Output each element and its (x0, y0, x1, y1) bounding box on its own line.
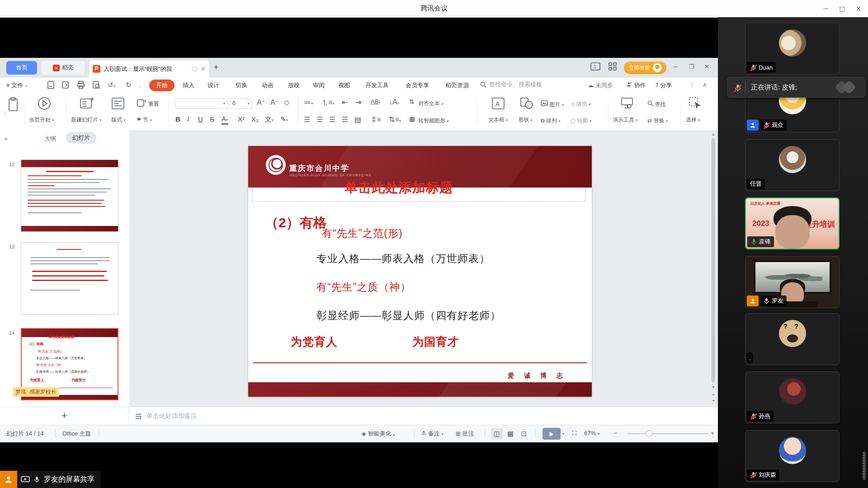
new-slide-label[interactable]: 新建幻灯片 ▾ (71, 116, 102, 124)
theme-status[interactable]: Office 主题 (62, 430, 91, 438)
decrease-indent-icon[interactable]: ⇤ (342, 98, 348, 107)
superscript-button[interactable]: X² (238, 115, 245, 123)
textbox-icon[interactable]: A (491, 96, 506, 113)
slide-thumb-13[interactable] (21, 242, 118, 314)
menu-review[interactable]: 审阅 (313, 81, 325, 89)
slide-line-3[interactable]: 有“先生”之质（神） (316, 280, 411, 294)
slide-line-5a[interactable]: 为党育人 (291, 334, 338, 349)
notes-bar[interactable]: 单击此处添加备注 (129, 407, 718, 425)
workspace-scrollbar[interactable]: ▲ ▼ ⏶ ⏷ (711, 132, 716, 405)
next-slide-icon[interactable]: ⏷ (711, 399, 716, 404)
tab-docer[interactable]: ❧ 稻壳 (42, 61, 85, 75)
shape-outline-button[interactable]: ▢ 轮廓 ▾ (571, 117, 592, 125)
shapes-icon[interactable] (519, 96, 534, 113)
tab-close-icon[interactable]: ✕ (201, 66, 206, 72)
menu-docer-res[interactable]: 稻壳资源 (445, 81, 469, 89)
zoom-slider-knob[interactable] (646, 430, 652, 437)
slide-line-2[interactable]: 专业入格——师表入格（万世师表） (316, 252, 490, 266)
italic-button[interactable]: I (187, 115, 189, 123)
menu-start[interactable]: 开始 (149, 80, 175, 91)
present-tools-icon[interactable] (620, 96, 634, 112)
slide-title-placeholder[interactable]: 单击此处添加标题 (344, 179, 453, 197)
select-icon[interactable] (688, 96, 702, 112)
bold-button[interactable]: B (175, 115, 180, 123)
layout-label[interactable]: 版式 ▾ (111, 116, 126, 124)
maximize-icon[interactable]: ▢ (835, 4, 849, 14)
tab-home[interactable]: 首页 (6, 61, 37, 75)
minimize-icon[interactable]: ─ (819, 4, 833, 14)
scrollbar-thumb[interactable] (712, 138, 715, 382)
slide-line-1[interactable]: 有“先生”之范(形) (322, 226, 403, 240)
underline-button[interactable]: U (198, 115, 203, 123)
wps-restore-icon[interactable]: ❐ (689, 63, 694, 70)
slide-canvas[interactable]: 重庆市合川中学 HECHUAN HIGH SCHOOL OF CHONGQING… (248, 146, 592, 397)
slide-line-5b[interactable]: 为国育才 (412, 334, 459, 349)
clear-format-icon[interactable]: ◇ (284, 98, 289, 107)
align-center-icon[interactable]: ☰ (316, 115, 323, 124)
phonetic-guide-button[interactable]: 文▾ (265, 115, 274, 124)
bullets-icon[interactable]: ≔▾ (304, 98, 313, 107)
shrink-font-icon[interactable]: A⁻ (270, 98, 279, 107)
present-tools-label[interactable]: 演示工具 ▾ (613, 116, 638, 124)
new-doc-icon[interactable] (47, 81, 55, 90)
switch-window-icon[interactable]: 1 (590, 62, 600, 72)
play-dropdown-icon[interactable]: ▾ (562, 430, 565, 436)
normal-view-icon[interactable]: ◫ (491, 428, 503, 439)
tab-slides[interactable]: 幻灯片 (66, 132, 96, 144)
distribute-icon[interactable]: ▤ (354, 115, 361, 124)
sync-status[interactable]: ☁ 未同步 (588, 81, 613, 89)
replace-button[interactable]: ⇄ 替换 ▾ (647, 117, 668, 125)
font-color-button[interactable]: A▾ (222, 115, 228, 125)
apps-grid-icon[interactable] (609, 62, 617, 72)
align-text-label[interactable]: 对齐文本 ▾ (418, 100, 443, 108)
slide-heading[interactable]: （2）有格 (265, 214, 327, 232)
highlight-button[interactable]: ✎▾ (280, 115, 288, 123)
reading-view-icon[interactable]: ⊡ (518, 428, 530, 439)
grow-font-icon[interactable]: A⁺ (257, 98, 265, 107)
screen-share-chip[interactable]: 罗友的屏幕共享 (0, 471, 101, 488)
prev-slide-icon[interactable]: ⏶ (711, 392, 716, 397)
arrange-button[interactable]: ⧉ 排列 ▾ (541, 117, 561, 125)
zoom-slider-track[interactable] (627, 433, 708, 434)
more-commands-icon[interactable]: ⌄ (138, 81, 142, 89)
menu-view[interactable]: 视图 (338, 81, 350, 89)
new-slide-icon[interactable] (80, 96, 95, 113)
zoom-out-icon[interactable]: − (614, 430, 618, 436)
panel-collapse-icon[interactable]: « (5, 136, 8, 142)
login-button[interactable]: 立即登录 (624, 61, 666, 74)
tab-outline[interactable]: 大纲 (44, 135, 56, 143)
add-slide-button[interactable]: + (0, 407, 129, 425)
undo-icon[interactable]: ↺▾ (108, 81, 115, 89)
participant-tile[interactable]: 刘庆森 (745, 430, 840, 482)
participant-tile[interactable]: ? ? . (745, 313, 840, 365)
menu-animation[interactable]: 动画 (262, 81, 274, 89)
present-monitor-icon[interactable]: 🖵 (192, 66, 198, 73)
slideshow-play-button[interactable]: ▶ (542, 428, 561, 440)
command-search[interactable]: 查找命令、搜索模板 (480, 80, 542, 89)
slide-thumb-12[interactable] (21, 160, 118, 232)
justify-icon[interactable]: ☰ (342, 115, 348, 124)
notes-toggle-button[interactable]: ≛ 备注 ▾ (421, 430, 443, 438)
subscript-button[interactable]: X₂ (251, 115, 259, 123)
para-spacing-icon[interactable]: ⇅≡▾ (389, 115, 401, 124)
zoom-in-icon[interactable]: + (711, 430, 714, 436)
comments-button[interactable]: ⊞ 批注 (456, 430, 474, 438)
more-menu-icon[interactable]: ⋮ (689, 81, 695, 88)
menu-slideshow[interactable]: 放映 (288, 81, 300, 89)
fill-button[interactable]: ◇ 填充 ▾ (571, 100, 590, 108)
panel-scrollbar-thumb[interactable] (863, 452, 866, 480)
tab-document[interactable]: P 入职面试：展示“靓丽”的我 🖵 ✕ (89, 60, 210, 78)
numbering-icon[interactable]: ⒈≡▾ (321, 98, 335, 108)
menu-insert[interactable]: 插入 (183, 81, 194, 89)
char-spacing-icon[interactable]: AB▾ (371, 98, 381, 105)
paste-icon[interactable] (7, 97, 19, 113)
participant-tile[interactable]: 任晋 (745, 139, 840, 191)
line-spacing-icon[interactable]: ⇕≡ (371, 115, 381, 124)
print-preview-icon[interactable] (92, 81, 100, 90)
participant-tile[interactable]: 孙燕 (745, 371, 840, 423)
smart-graphic-icon[interactable]: ▦ (409, 115, 415, 122)
select-label[interactable]: 选择 ▾ (686, 116, 700, 124)
menu-transition[interactable]: 切换 (236, 81, 247, 89)
collapse-pane-icon[interactable]: 〈 (1, 110, 6, 117)
strikethrough-button[interactable]: S (210, 115, 214, 123)
